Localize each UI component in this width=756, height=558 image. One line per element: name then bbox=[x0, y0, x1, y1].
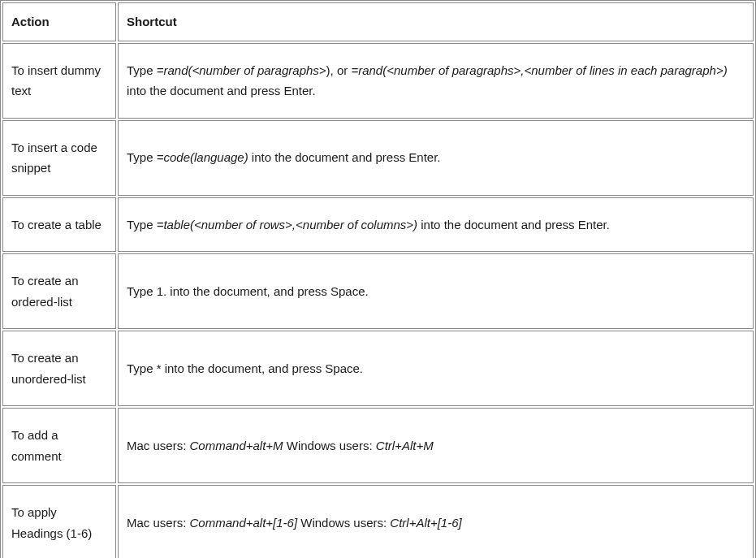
table-row: To insert a code snippetType =code(langu… bbox=[2, 120, 754, 196]
header-action: Action bbox=[2, 2, 116, 41]
cell-action: To insert dummy text bbox=[2, 43, 116, 119]
shortcut-part: ), or bbox=[326, 63, 352, 77]
shortcut-part: Type bbox=[127, 218, 157, 231]
cell-action: To create an unordered-list bbox=[2, 331, 116, 406]
shortcut-part: =table(<number of rows>,<number of colum… bbox=[157, 218, 417, 231]
shortcut-part: into the document and press Enter. bbox=[417, 218, 610, 231]
cell-shortcut: Mac users: Command+alt+[1-6] Windows use… bbox=[118, 485, 754, 558]
table-header-row: Action Shortcut bbox=[2, 2, 754, 41]
table-row: To create an unordered-listType * into t… bbox=[2, 331, 754, 406]
table-row: To create a tableType =table(<number of … bbox=[2, 197, 754, 253]
cell-shortcut: Type =code(language) into the document a… bbox=[118, 120, 754, 196]
cell-shortcut: Mac users: Command+alt+M Windows users: … bbox=[118, 408, 754, 483]
table-row: To apply Headings (1-6)Mac users: Comman… bbox=[2, 485, 754, 558]
shortcut-part: Mac users: bbox=[127, 516, 190, 530]
shortcut-part: Type * into the document, and press Spac… bbox=[127, 361, 363, 375]
shortcut-part: Windows users: bbox=[297, 516, 390, 530]
header-shortcut: Shortcut bbox=[118, 2, 754, 41]
shortcut-part: Command+alt+[1-6] bbox=[190, 516, 298, 530]
shortcut-part: Ctrl+Alt+[1-6] bbox=[390, 516, 461, 530]
table-row: To create an ordered-listType 1. into th… bbox=[2, 253, 754, 329]
shortcut-part: =rand(<number of paragraphs>,<number of … bbox=[351, 63, 727, 77]
shortcut-part: Command+alt+M bbox=[190, 439, 283, 452]
cell-action: To apply Headings (1-6) bbox=[2, 485, 116, 558]
shortcut-part: into the document and press Enter. bbox=[127, 84, 316, 97]
table-row: To add a commentMac users: Command+alt+M… bbox=[2, 408, 754, 483]
shortcut-part: Type 1. into the document, and press Spa… bbox=[127, 284, 369, 298]
shortcut-part: Windows users: bbox=[283, 439, 376, 452]
table-body: To insert dummy textType =rand(<number o… bbox=[2, 43, 754, 559]
cell-action: To add a comment bbox=[2, 408, 116, 483]
cell-action: To insert a code snippet bbox=[2, 120, 116, 196]
shortcut-part: Type bbox=[127, 63, 157, 77]
shortcut-part: =rand(<number of paragraphs> bbox=[157, 63, 326, 77]
cell-shortcut: Type * into the document, and press Spac… bbox=[118, 331, 754, 406]
cell-action: To create an ordered-list bbox=[2, 253, 116, 329]
shortcut-table: Action Shortcut To insert dummy textType… bbox=[0, 0, 756, 558]
shortcut-part: Type bbox=[127, 150, 157, 164]
cell-shortcut: Type =table(<number of rows>,<number of … bbox=[118, 197, 754, 253]
shortcut-part: Ctrl+Alt+M bbox=[376, 439, 434, 452]
shortcut-part: =code(language) bbox=[157, 150, 248, 164]
shortcut-part: into the document and press Enter. bbox=[248, 150, 441, 164]
table-row: To insert dummy textType =rand(<number o… bbox=[2, 43, 754, 119]
cell-action: To create a table bbox=[2, 197, 116, 253]
shortcut-part: Mac users: bbox=[127, 439, 190, 452]
cell-shortcut: Type =rand(<number of paragraphs>), or =… bbox=[118, 43, 754, 119]
cell-shortcut: Type 1. into the document, and press Spa… bbox=[118, 253, 754, 329]
